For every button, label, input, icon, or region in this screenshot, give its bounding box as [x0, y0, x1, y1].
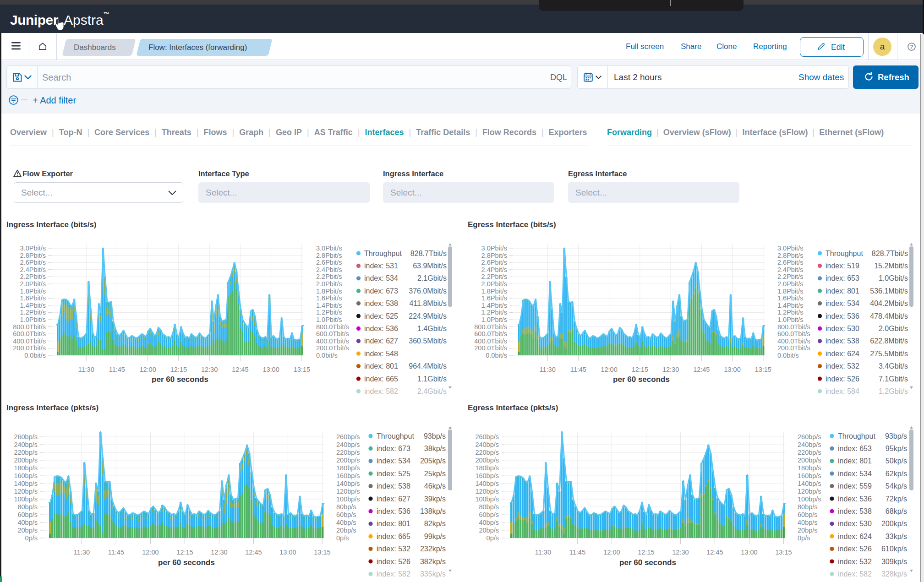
svg-text:13:15: 13:15: [775, 549, 792, 556]
svg-text:200.0Tbit/s: 200.0Tbit/s: [474, 344, 507, 352]
svg-text:828.7Tbit/s: 828.7Tbit/s: [410, 250, 447, 257]
svg-text:376.0Mbit/s: 376.0Mbit/s: [409, 287, 447, 295]
svg-text:1.2Pbit/s: 1.2Pbit/s: [20, 309, 46, 316]
svg-text:240bp/s: 240bp/s: [475, 441, 499, 448]
svg-text:index: 801: index: 801: [377, 520, 410, 528]
svg-text:40bp/s: 40bp/s: [336, 519, 356, 526]
svg-text:20bp/s: 20bp/s: [798, 527, 818, 534]
svg-text:12:15: 12:15: [632, 366, 648, 373]
svg-text:1.0Pbit/s: 1.0Pbit/s: [316, 316, 342, 323]
svg-text:120bp/s: 120bp/s: [475, 488, 499, 495]
svg-text:index: 801: index: 801: [826, 287, 859, 295]
svg-text:index: 624: index: 624: [826, 350, 859, 358]
svg-text:2.4Pbit/s: 2.4Pbit/s: [481, 266, 507, 273]
svg-text:index: 559: index: 559: [838, 482, 872, 490]
svg-text:20bp/s: 20bp/s: [17, 527, 38, 534]
svg-text:0p/s: 0p/s: [25, 534, 38, 542]
svg-text:360.5Mbit/s: 360.5Mbit/s: [409, 337, 447, 345]
svg-text:1.2Gbit/s: 1.2Gbit/s: [879, 387, 908, 395]
svg-text:1.0Pbit/s: 1.0Pbit/s: [20, 316, 46, 323]
svg-text:2.2Pbit/s: 2.2Pbit/s: [20, 273, 46, 280]
svg-text:12:00: 12:00: [139, 366, 156, 373]
svg-text:478.4Mbit/s: 478.4Mbit/s: [870, 312, 908, 320]
svg-text:80bp/s: 80bp/s: [798, 503, 818, 511]
svg-text:800.0Tbit/s: 800.0Tbit/s: [316, 323, 349, 331]
svg-text:160bp/s: 160bp/s: [336, 472, 360, 479]
svg-text:82kp/s: 82kp/s: [424, 520, 446, 528]
svg-text:309kp/s: 309kp/s: [881, 558, 907, 566]
svg-text:140bp/s: 140bp/s: [475, 480, 499, 487]
svg-text:index: 673: index: 673: [364, 287, 398, 295]
svg-text:2.0Pbit/s: 2.0Pbit/s: [316, 280, 342, 288]
svg-text:11:30: 11:30: [78, 366, 94, 373]
svg-text:12:00: 12:00: [601, 366, 617, 373]
svg-text:index: 525: index: 525: [377, 470, 410, 478]
svg-text:62kp/s: 62kp/s: [886, 470, 907, 478]
svg-text:index: 801: index: 801: [838, 457, 872, 465]
svg-text:120bp/s: 120bp/s: [336, 488, 360, 495]
svg-text:12:45: 12:45: [693, 366, 710, 373]
svg-text:2.2Pbit/s: 2.2Pbit/s: [316, 273, 342, 280]
svg-text:12:30: 12:30: [211, 549, 227, 556]
svg-text:260bp/s: 260bp/s: [14, 433, 38, 441]
svg-text:11:45: 11:45: [109, 366, 125, 373]
svg-text:12:00: 12:00: [142, 549, 159, 556]
svg-text:2.8Pbit/s: 2.8Pbit/s: [316, 252, 342, 259]
svg-text:200.0Tbit/s: 200.0Tbit/s: [316, 344, 349, 352]
svg-text:95kp/s: 95kp/s: [886, 445, 907, 452]
svg-text:index: 530: index: 530: [838, 520, 872, 528]
svg-text:200bp/s: 200bp/s: [798, 457, 821, 464]
svg-text:60bp/s: 60bp/s: [798, 511, 818, 518]
svg-text:12:45: 12:45: [232, 366, 248, 373]
svg-text:382kp/s: 382kp/s: [420, 558, 446, 566]
svg-text:328kp/s: 328kp/s: [881, 570, 907, 578]
svg-text:index: 534: index: 534: [838, 470, 872, 478]
svg-text:80bp/s: 80bp/s: [17, 503, 38, 511]
svg-text:13:00: 13:00: [262, 366, 279, 373]
svg-text:200bp/s: 200bp/s: [14, 457, 38, 464]
svg-text:1.4Gbit/s: 1.4Gbit/s: [417, 325, 447, 332]
svg-text:per 60 seconds: per 60 seconds: [158, 558, 215, 567]
svg-text:index: 584: index: 584: [826, 387, 859, 395]
svg-text:12:15: 12:15: [638, 549, 654, 556]
svg-text:180bp/s: 180bp/s: [14, 464, 38, 472]
svg-text:1.6Pbit/s: 1.6Pbit/s: [777, 294, 803, 302]
svg-text:72kp/s: 72kp/s: [886, 495, 907, 503]
svg-text:100bp/s: 100bp/s: [336, 495, 360, 503]
svg-text:80bp/s: 80bp/s: [479, 503, 499, 511]
svg-text:404.2Mbit/s: 404.2Mbit/s: [870, 299, 908, 307]
svg-text:12:00: 12:00: [603, 549, 620, 556]
svg-text:index: 665: index: 665: [377, 533, 410, 540]
svg-text:1.6Pbit/s: 1.6Pbit/s: [481, 294, 507, 302]
svg-text:2.2Pbit/s: 2.2Pbit/s: [481, 273, 507, 280]
svg-text:index: 627: index: 627: [364, 337, 398, 345]
svg-text:index: 534: index: 534: [364, 274, 398, 282]
svg-text:260bp/s: 260bp/s: [475, 433, 499, 441]
svg-text:index: 548: index: 548: [364, 350, 398, 358]
svg-text:1.0Gbit/s: 1.0Gbit/s: [879, 274, 908, 282]
svg-text:2.0Pbit/s: 2.0Pbit/s: [777, 280, 803, 288]
svg-text:224.9Mbit/s: 224.9Mbit/s: [409, 312, 447, 320]
svg-text:13:15: 13:15: [755, 366, 771, 373]
svg-text:2.0Pbit/s: 2.0Pbit/s: [20, 280, 46, 288]
svg-text:60bp/s: 60bp/s: [479, 511, 499, 518]
svg-text:100bp/s: 100bp/s: [475, 495, 499, 503]
svg-text:index: 665: index: 665: [364, 375, 398, 383]
svg-text:2.4Pbit/s: 2.4Pbit/s: [20, 266, 46, 273]
svg-text:2.6Pbit/s: 2.6Pbit/s: [20, 259, 46, 266]
svg-text:0.0bit/s: 0.0bit/s: [777, 352, 799, 359]
svg-text:per 60 seconds: per 60 seconds: [152, 375, 208, 384]
svg-text:20bp/s: 20bp/s: [479, 527, 499, 534]
svg-text:Throughput: Throughput: [364, 250, 402, 257]
svg-text:2.2Pbit/s: 2.2Pbit/s: [777, 273, 803, 280]
svg-text:140bp/s: 140bp/s: [336, 480, 360, 487]
svg-text:2.8Pbit/s: 2.8Pbit/s: [481, 252, 507, 259]
svg-text:68kp/s: 68kp/s: [886, 507, 907, 515]
svg-text:13:15: 13:15: [314, 549, 330, 556]
svg-text:275.5Mbit/s: 275.5Mbit/s: [870, 350, 908, 358]
svg-text:93bp/s: 93bp/s: [885, 432, 907, 440]
svg-text:200bp/s: 200bp/s: [475, 457, 499, 464]
svg-text:index: 532: index: 532: [838, 558, 872, 566]
svg-text:index: 536: index: 536: [377, 507, 410, 515]
svg-text:12:15: 12:15: [176, 549, 193, 556]
